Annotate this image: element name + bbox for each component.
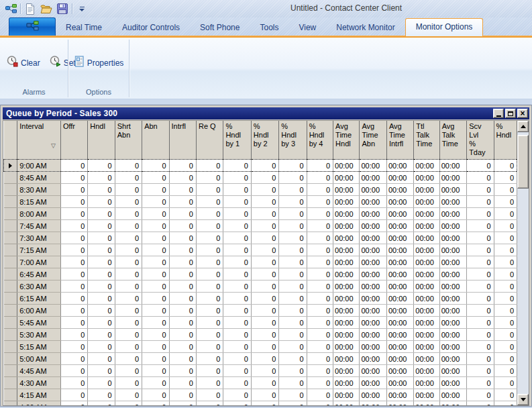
table-row[interactable]: 8:30 AM000000000000:0000:0000:0000:0000:…	[4, 184, 517, 196]
cell[interactable]: 0	[307, 280, 333, 293]
cell[interactable]: 0	[60, 184, 87, 196]
cell[interactable]: 0	[223, 341, 251, 353]
interval-cell[interactable]: 5:30 AM	[17, 329, 61, 341]
cell[interactable]: 00:00	[360, 377, 386, 389]
interval-cell[interactable]: 6:00 AM	[17, 305, 61, 317]
cell[interactable]: 0	[223, 268, 251, 280]
cell[interactable]: 0	[115, 256, 142, 268]
cell[interactable]: 0	[251, 365, 278, 377]
cell[interactable]: 0	[307, 208, 333, 220]
cell[interactable]: 0	[142, 256, 169, 268]
cell[interactable]: 00:00	[333, 329, 360, 341]
cell[interactable]: 0	[115, 389, 142, 401]
cell[interactable]: 0	[196, 256, 223, 268]
cell[interactable]: 0	[142, 377, 169, 389]
cell[interactable]: 0	[467, 389, 494, 401]
cell[interactable]: 0	[494, 184, 517, 196]
table-row[interactable]: 8:45 AM000000000000:0000:0000:0000:0000:…	[4, 172, 517, 184]
cell[interactable]: 0	[88, 305, 115, 317]
cell[interactable]: 0	[307, 160, 333, 172]
cell[interactable]: 0	[467, 377, 494, 389]
cell[interactable]: 0	[60, 305, 87, 317]
cell[interactable]: 0	[467, 220, 494, 232]
table-row[interactable]: 7:00 AM000000000000:0000:0000:0000:0000:…	[4, 256, 517, 268]
table-row[interactable]: 6:00 AM000000000000:0000:0000:0000:0000:…	[4, 305, 517, 317]
cell[interactable]: 0	[142, 172, 169, 184]
cell[interactable]: 0	[279, 353, 307, 365]
cell[interactable]: 0	[169, 341, 196, 353]
scroll-down-button[interactable]	[517, 394, 529, 405]
cell[interactable]: 00:00	[414, 220, 439, 232]
cell[interactable]: 0	[251, 184, 278, 196]
column-header[interactable]: Avg Talk Time	[439, 121, 466, 160]
cell[interactable]: 0	[279, 329, 307, 341]
row-selector[interactable]	[4, 293, 17, 305]
cell[interactable]: 00:00	[439, 208, 466, 220]
cell[interactable]: 00:00	[414, 293, 439, 305]
cell[interactable]: 00:00	[333, 196, 360, 208]
cell[interactable]: 0	[142, 353, 169, 365]
cell[interactable]: 0	[142, 244, 169, 256]
cell[interactable]: 0	[169, 208, 196, 220]
cell[interactable]: 0	[307, 293, 333, 305]
cell[interactable]: 0	[467, 317, 494, 329]
cell[interactable]: 00:00	[360, 401, 386, 406]
interval-cell[interactable]: 4:30 AM	[17, 377, 61, 389]
table-row[interactable]: 5:00 AM000000000000:0000:0000:0000:0000:…	[4, 353, 517, 365]
cell[interactable]: 0	[196, 317, 223, 329]
interval-cell[interactable]: 7:00 AM	[17, 256, 61, 268]
interval-cell[interactable]: 7:30 AM	[17, 232, 61, 244]
cell[interactable]: 0	[169, 196, 196, 208]
cell[interactable]: 0	[251, 389, 278, 401]
cell[interactable]: 00:00	[439, 256, 466, 268]
cell[interactable]: 0	[494, 256, 517, 268]
cell[interactable]: 0	[196, 280, 223, 293]
row-selector[interactable]	[4, 208, 17, 220]
cell[interactable]: 0	[467, 208, 494, 220]
cell[interactable]: 0	[115, 293, 142, 305]
row-selector[interactable]	[4, 365, 17, 377]
column-header[interactable]: Re Q	[196, 121, 223, 160]
monitor-window-title-bar[interactable]: Queue by Period - Sales 300 ×	[3, 107, 529, 119]
cell[interactable]: 00:00	[414, 184, 439, 196]
cell[interactable]: 0	[223, 232, 251, 244]
column-header[interactable]: Intrfl	[169, 121, 196, 160]
cell[interactable]: 0	[196, 184, 223, 196]
cell[interactable]: 0	[307, 220, 333, 232]
cell[interactable]: 0	[494, 353, 517, 365]
cell[interactable]: 0	[88, 317, 115, 329]
cell[interactable]: 0	[88, 353, 115, 365]
cell[interactable]: 0	[251, 305, 278, 317]
cell[interactable]: 0	[196, 244, 223, 256]
cell[interactable]: 0	[251, 256, 278, 268]
cell[interactable]: 0	[115, 232, 142, 244]
cell[interactable]: 0	[494, 329, 517, 341]
cell[interactable]: 00:00	[439, 220, 466, 232]
tab-soft-phone[interactable]: Soft Phone	[190, 19, 250, 36]
cell[interactable]: 0	[88, 244, 115, 256]
cell[interactable]: 0	[88, 196, 115, 208]
cell[interactable]: 0	[223, 365, 251, 377]
row-selector[interactable]	[4, 172, 17, 184]
cell[interactable]: 00:00	[414, 353, 439, 365]
row-selector[interactable]	[4, 220, 17, 232]
table-row[interactable]: 4:30 AM000000000000:0000:0000:0000:0000:…	[4, 377, 517, 389]
cell[interactable]: 0	[115, 244, 142, 256]
cell[interactable]: 0	[467, 365, 494, 377]
cell[interactable]: 0	[494, 232, 517, 244]
cell[interactable]: 0	[142, 365, 169, 377]
cell[interactable]: 0	[467, 353, 494, 365]
cell[interactable]: 0	[279, 317, 307, 329]
cell[interactable]: 00:00	[333, 220, 360, 232]
cell[interactable]: 00:00	[386, 244, 413, 256]
cell[interactable]: 0	[169, 244, 196, 256]
cell[interactable]: 0	[307, 172, 333, 184]
cell[interactable]: 0	[251, 220, 278, 232]
cell[interactable]: 0	[223, 377, 251, 389]
cell[interactable]: 00:00	[360, 172, 386, 184]
row-selector[interactable]	[4, 196, 17, 208]
cell[interactable]: 0	[142, 232, 169, 244]
cell[interactable]: 0	[279, 305, 307, 317]
scroll-up-button[interactable]	[517, 121, 529, 132]
cell[interactable]: 0	[60, 293, 87, 305]
